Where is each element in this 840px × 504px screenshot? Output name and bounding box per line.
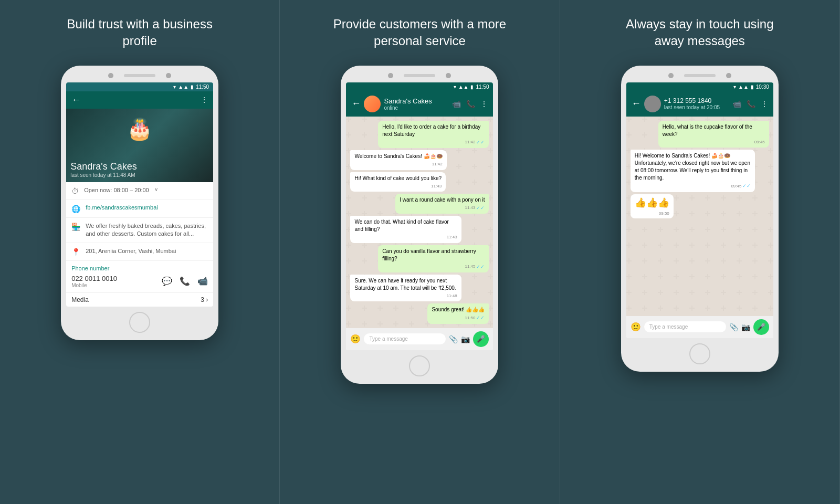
- paperclip-icon-3[interactable]: 📎: [729, 323, 738, 331]
- expand-hours-icon[interactable]: ∨: [154, 186, 158, 192]
- address-text: 201, Areniia Corner, Vashi, Mumbai: [86, 247, 176, 255]
- away-contact-info: +1 312 555 1840 last seen today at 20:05: [664, 97, 729, 110]
- media-row[interactable]: Media 3 ›: [66, 292, 213, 307]
- video-call-icon[interactable]: 📹: [452, 100, 461, 108]
- away-header-icons: 📹 📞 ⋮: [732, 100, 768, 108]
- description-text: We offer freshly baked breads, cakes, pa…: [86, 222, 208, 238]
- hours-text: Open now: 08:00 – 20:00: [84, 186, 149, 194]
- phone-3: ▾ ▲▲ ▮ 10:30 ← +1 312 555 1840 last seen…: [621, 66, 779, 372]
- profile-name-block: Sandra's Cakes last seen today at 11:48 …: [70, 161, 137, 178]
- more-options-icon-3[interactable]: ⋮: [761, 100, 768, 108]
- info-icon: 🏪: [71, 223, 80, 231]
- away-msg-text-3: 👍👍👍: [635, 197, 669, 208]
- profile-cover-image: 🎂 Sandra's Cakes last seen today at 11:4…: [66, 109, 213, 182]
- front-camera-1: [108, 73, 113, 78]
- panel-title-1: Build trust with a business profile: [50, 16, 229, 50]
- chat-msg-3: Hi! What kind of cake would you like? 11…: [350, 172, 446, 192]
- profile-last-seen: last seen today at 11:48 AM: [70, 172, 137, 178]
- msg-time-7: 11:48: [447, 293, 457, 299]
- profile-app-header: ← ⋮: [66, 91, 213, 109]
- message-action-icon[interactable]: 💬: [162, 276, 172, 286]
- chat-input-bar: 🙂 Type a message 📎 📷 🎤: [346, 328, 493, 350]
- status-bar-2: ▾ ▲▲ ▮ 11:50: [346, 82, 493, 91]
- away-message-input[interactable]: Type a message: [644, 321, 726, 332]
- camera-button-3[interactable]: 📷: [741, 323, 750, 331]
- speaker-2: [404, 74, 435, 77]
- phone-section-label: Phone number: [66, 261, 213, 272]
- check-icon-4: ✓✓: [476, 205, 485, 212]
- battery-icon: ▮: [191, 84, 194, 90]
- signal-icon-2: ▲▲: [458, 84, 469, 90]
- away-msg-1: Hello, what is the cupcake flavor of the…: [658, 121, 769, 148]
- chat-contact-name: Sandra's Cakes: [384, 97, 449, 105]
- phone-number: 022 0011 0010: [71, 275, 117, 282]
- msg-time-8: 11:50: [465, 315, 475, 321]
- emoji-button-3[interactable]: 🙂: [631, 322, 641, 332]
- chat-contact-info: Sandra's Cakes online: [384, 97, 449, 111]
- away-input-placeholder: Type a message: [649, 324, 688, 330]
- back-button-1[interactable]: ←: [71, 94, 81, 106]
- away-msg-2: Hi! Welcome to Sandra's Cakes! 🍰🎂🍩Unfort…: [631, 150, 755, 192]
- chat-msg-1: Hello, I'd like to order a cake for a bi…: [378, 121, 489, 149]
- hours-row: ⏱ Open now: 08:00 – 20:00 ∨: [66, 182, 213, 200]
- phone-bottom-1: [66, 312, 213, 333]
- media-label: Media: [71, 296, 89, 303]
- cake-image: 🎂: [127, 117, 153, 141]
- more-options-icon-1[interactable]: ⋮: [201, 96, 208, 104]
- status-time-3: 10:30: [756, 84, 769, 90]
- call-action-icon[interactable]: 📞: [180, 276, 190, 286]
- back-button-2[interactable]: ←: [351, 98, 361, 109]
- wifi-icon-2: ▾: [454, 84, 456, 90]
- back-button-3[interactable]: ←: [632, 98, 641, 109]
- phone-2: ▾ ▲▲ ▮ 11:50 ← Sandra's Cakes online 📹 📞…: [341, 66, 498, 384]
- input-placeholder: Type a message: [369, 336, 407, 342]
- emoji-button[interactable]: 🙂: [350, 334, 361, 344]
- panel-chat: Provide customers with a more personal s…: [280, 0, 560, 504]
- signal-icon-3: ▲▲: [738, 84, 749, 90]
- wifi-icon: ▾: [173, 84, 176, 90]
- battery-icon-2: ▮: [470, 84, 474, 90]
- msg-text-8: Sounds great! 👍👍👍: [432, 307, 485, 312]
- phone-bottom-3: [626, 343, 773, 364]
- phone-notch-3: [626, 73, 773, 78]
- website-link[interactable]: fb.me/sandrascakesmumbai: [86, 204, 158, 211]
- website-row: 🌐 fb.me/sandrascakesmumbai: [66, 200, 213, 218]
- business-name: Sandra's Cakes: [70, 161, 137, 172]
- more-options-icon-2[interactable]: ⋮: [480, 100, 488, 108]
- phone-action-icons: 💬 📞 📹: [162, 276, 208, 286]
- panel-business-profile: Build trust with a business profile ▾ ▲▲…: [0, 0, 280, 504]
- away-msg-text-2: Hi! Welcome to Sandra's Cakes! 🍰🎂🍩Unfort…: [635, 153, 750, 181]
- msg-time-4: 11:43: [465, 205, 475, 211]
- message-input[interactable]: Type a message: [364, 333, 446, 344]
- msg-time-5: 11:43: [447, 234, 457, 240]
- check-icon-8: ✓✓: [476, 314, 485, 321]
- paperclip-icon[interactable]: 📎: [449, 335, 458, 343]
- home-button-1[interactable]: [129, 312, 150, 333]
- speaker-3: [684, 74, 716, 77]
- status-time-2: 11:50: [476, 84, 489, 90]
- mic-button[interactable]: 🎤: [473, 331, 489, 347]
- phone-1: ▾ ▲▲ ▮ 11:50 ← ⋮ 🎂 Sandra's Cakes last s…: [61, 66, 218, 340]
- voice-call-icon-3[interactable]: 📞: [747, 100, 755, 108]
- away-contact-status: last seen today at 20:05: [664, 104, 729, 110]
- video-action-icon[interactable]: 📹: [197, 276, 208, 286]
- phone-bottom-2: [346, 355, 493, 376]
- away-msg-time-1: 09:45: [754, 139, 765, 145]
- voice-call-icon[interactable]: 📞: [466, 100, 475, 108]
- home-button-2[interactable]: [409, 355, 430, 376]
- phone-screen-1: ▾ ▲▲ ▮ 11:50 ← ⋮ 🎂 Sandra's Cakes last s…: [66, 82, 213, 307]
- panel-title-2: Provide customers with a more personal s…: [330, 16, 509, 50]
- media-count: 3 ›: [201, 296, 208, 303]
- chat-msg-5: We can do that. What kind of cake flavor…: [350, 216, 461, 243]
- status-bar-3: ▾ ▲▲ ▮ 10:30: [626, 82, 773, 91]
- phone-type: Mobile: [71, 282, 117, 288]
- camera-button[interactable]: 📷: [461, 335, 470, 343]
- chat-messages: Hello, I'd like to order a cake for a bi…: [346, 117, 493, 328]
- msg-text-7: Sure. We can have it ready for you next …: [354, 278, 456, 291]
- contact-avatar-3: [644, 96, 661, 112]
- home-button-3[interactable]: [689, 343, 710, 364]
- chat-header-icons: 📹 📞 ⋮: [452, 100, 488, 108]
- mic-button-3[interactable]: 🎤: [753, 319, 769, 335]
- video-call-icon-3[interactable]: 📹: [732, 100, 741, 108]
- front-camera-3: [668, 73, 674, 78]
